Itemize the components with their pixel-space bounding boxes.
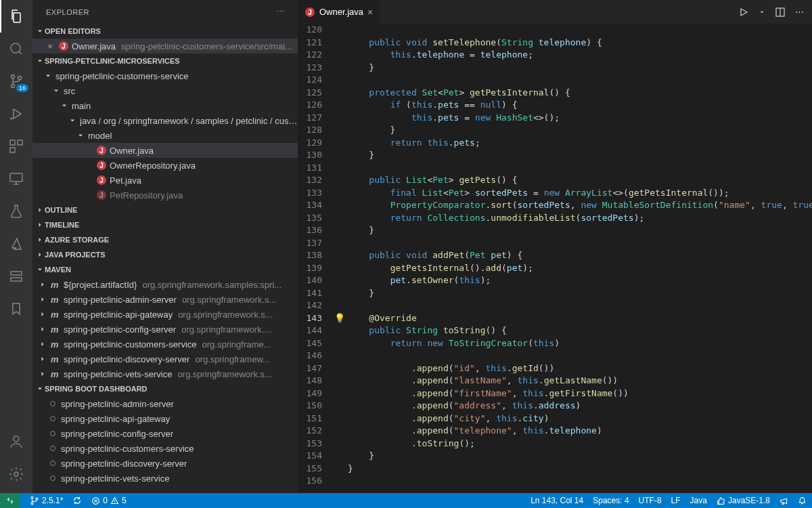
activity-scm[interactable]: 16: [0, 65, 32, 98]
file-item[interactable]: JOwnerRepository.java: [32, 158, 298, 173]
maven-project-item[interactable]: mspring-petclinic-api-gatewayorg.springf…: [32, 307, 298, 322]
file-item[interactable]: JOwner.java: [32, 143, 298, 158]
layers-icon: [8, 268, 24, 284]
chevron-right-icon: [38, 355, 47, 363]
chevron-right-icon: [38, 280, 47, 289]
chevron-right-icon: [38, 295, 47, 303]
folder-item[interactable]: model: [32, 128, 298, 143]
activity-extensions[interactable]: [0, 130, 32, 163]
file-item[interactable]: JPetRepository.java: [32, 188, 298, 203]
tab-owner-java[interactable]: J Owner.java ×: [298, 0, 380, 24]
sidebar-title-label: EXPLORER: [46, 8, 89, 16]
svg-rect-10: [11, 278, 22, 281]
sidebar-menu-button[interactable]: ⋯: [277, 7, 285, 16]
folder-item[interactable]: src: [32, 83, 298, 98]
pane-open-editors[interactable]: OPEN EDITORS: [32, 24, 298, 39]
open-editor-item[interactable]: × J Owner.java spring-petclinic-customer…: [32, 39, 298, 54]
pane-label: OPEN EDITORS: [45, 27, 101, 35]
status-sync[interactable]: [72, 496, 82, 505]
activity-search[interactable]: [0, 33, 32, 65]
folder-item[interactable]: spring-petclinic-customers-service: [32, 68, 298, 83]
file-item[interactable]: JPet.java: [32, 173, 298, 188]
folder-item[interactable]: java / org / springframework / samples /…: [32, 113, 298, 128]
maven-icon: m: [50, 279, 61, 290]
search-icon: [8, 41, 24, 57]
close-icon[interactable]: ×: [45, 41, 55, 51]
maven-project-item[interactable]: mspring-petclinic-discovery-serverorg.sp…: [32, 352, 298, 366]
status-jdk[interactable]: JavaSE-1.8: [717, 496, 770, 505]
svg-text:J: J: [99, 147, 104, 154]
tree-label: spring-petclinic-customers-service: [64, 339, 197, 350]
springdash-app-item[interactable]: spring-petclinic-api-gateway: [32, 411, 298, 426]
pane-springdash[interactable]: SPRING BOOT DASHBOARD: [32, 381, 298, 396]
run-button[interactable]: [738, 7, 749, 18]
extensions-icon: [8, 138, 24, 154]
status-dot-icon: [47, 413, 58, 424]
svg-point-4: [11, 118, 12, 119]
chevron-right-icon: [35, 247, 45, 262]
status-language[interactable]: Java: [690, 496, 707, 505]
status-indent[interactable]: Spaces: 4: [593, 496, 629, 505]
status-feedback[interactable]: [780, 496, 788, 505]
tab-close-icon[interactable]: ×: [367, 7, 373, 18]
activity-db[interactable]: [0, 260, 32, 293]
springdash-app-item[interactable]: spring-petclinic-admin-server: [32, 396, 298, 411]
editor-more-button[interactable]: ⋯: [795, 7, 804, 17]
springdash-tree: spring-petclinic-admin-serverspring-petc…: [32, 396, 298, 486]
split-editor-button[interactable]: [775, 7, 786, 18]
status-remote[interactable]: [0, 493, 20, 508]
status-eol[interactable]: LF: [671, 496, 681, 505]
pane-maven[interactable]: MAVEN: [32, 262, 298, 277]
status-ln-col[interactable]: Ln 143, Col 14: [531, 496, 583, 505]
maven-icon: m: [50, 309, 61, 320]
bell-icon: [798, 496, 807, 505]
activity-debug[interactable]: [0, 98, 32, 130]
maven-project-item[interactable]: mspring-petclinic-customers-serviceorg.s…: [32, 337, 298, 352]
line-gutter: 1201211221231241251261271281291301311321…: [298, 24, 334, 493]
maven-project-item[interactable]: mspring-petclinic-admin-serverorg.spring…: [32, 292, 298, 307]
code-content[interactable]: public void setTelephone(String telephon…: [348, 24, 812, 493]
pane-label: MAVEN: [45, 266, 71, 274]
open-editors-tree: × J Owner.java spring-petclinic-customer…: [32, 39, 298, 54]
activity-accounts[interactable]: [0, 425, 32, 458]
maven-project-item[interactable]: mspring-petclinic-vets-serviceorg.spring…: [32, 366, 298, 381]
code-editor[interactable]: 1201211221231241251261271281291301311321…: [298, 24, 812, 493]
sidebar: EXPLORER ⋯ OPEN EDITORS × J Owner.java s…: [32, 0, 298, 493]
activity-azure[interactable]: [0, 228, 32, 260]
maven-project-item[interactable]: mspring-petclinic-config-serverorg.sprin…: [32, 322, 298, 337]
tree-hint: org.springframework.s...: [178, 310, 272, 320]
gear-icon: [8, 466, 24, 482]
tree-hint: org.springframew...: [195, 354, 270, 364]
status-problems[interactable]: 0 5: [91, 496, 126, 505]
run-menu-chevron[interactable]: [759, 9, 765, 16]
status-bell[interactable]: [798, 496, 807, 505]
activity-explorer[interactable]: [0, 0, 32, 33]
pane-outline[interactable]: OUTLINE: [32, 203, 298, 217]
svg-point-0: [11, 43, 20, 53]
chevron-right-icon: [38, 370, 47, 378]
tree-label: ${project.artifactId}: [64, 280, 137, 290]
svg-point-28: [36, 498, 38, 500]
activity-bookmark[interactable]: [0, 293, 32, 325]
activity-settings[interactable]: [0, 458, 32, 490]
pane-workspace[interactable]: SPRING-PETCLINIC-MICROSERVICES: [32, 54, 298, 68]
pane-timeline[interactable]: TIMELINE: [32, 217, 298, 232]
debug-icon: [8, 106, 24, 122]
pane-azure[interactable]: AZURE STORAGE: [32, 232, 298, 247]
pane-javaprojects[interactable]: JAVA PROJECTS: [32, 247, 298, 262]
tree-label: OwnerRepository.java: [110, 161, 196, 171]
folder-item[interactable]: main: [32, 98, 298, 113]
tree-label: spring-petclinic-discovery-server: [61, 459, 187, 469]
springdash-app-item[interactable]: spring-petclinic-vets-service: [32, 471, 298, 486]
activity-testing[interactable]: [0, 195, 32, 228]
java-file-icon: J: [58, 41, 69, 51]
maven-project-item[interactable]: m${project.artifactId}org.springframewor…: [32, 277, 298, 292]
status-encoding[interactable]: UTF-8: [639, 496, 662, 505]
activity-remote-explorer[interactable]: [0, 163, 32, 195]
tree-hint: org.springframework.s...: [177, 369, 271, 379]
springdash-app-item[interactable]: spring-petclinic-discovery-server: [32, 456, 298, 471]
status-branch[interactable]: 2.5.1*: [30, 496, 63, 505]
springdash-app-item[interactable]: spring-petclinic-customers-service: [32, 441, 298, 456]
thumbs-up-icon: [717, 496, 725, 505]
springdash-app-item[interactable]: spring-petclinic-config-server: [32, 426, 298, 441]
